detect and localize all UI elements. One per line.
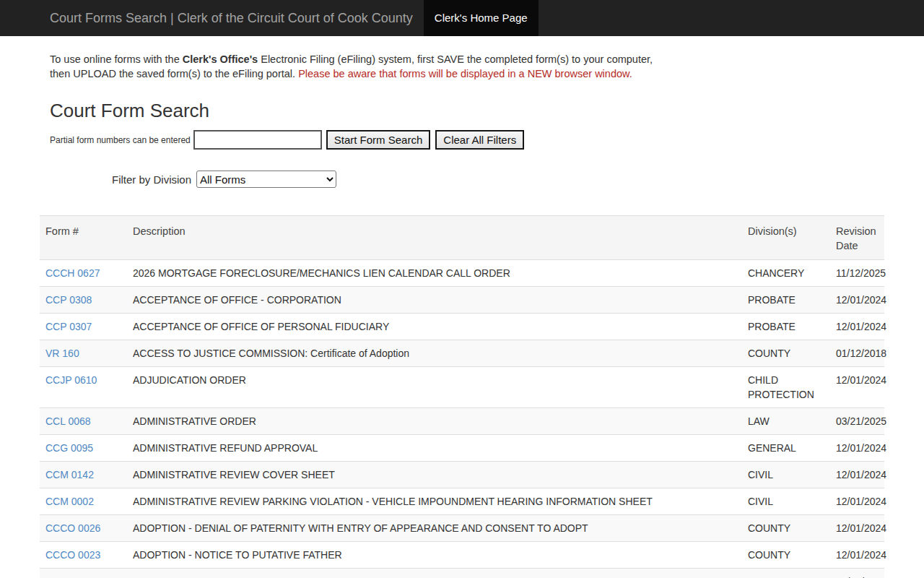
form-number-link[interactable]: CCCO 0026	[45, 522, 100, 534]
form-number-link[interactable]: CCCO 0023	[45, 549, 100, 561]
revision-date-cell: 12/01/2024	[830, 314, 884, 340]
table-row: CCCO 0026ADOPTION - DENIAL OF PATERNITY …	[40, 515, 884, 542]
page-header-title: Court Forms Search | Clerk of the Circui…	[40, 0, 424, 36]
form-number-cell: CCCO 0026	[40, 515, 127, 542]
form-number-cell: CCCH 0627	[40, 260, 127, 287]
revision-date-cell: 12/01/2024	[830, 287, 884, 314]
form-number-link[interactable]: CCJP 0610	[45, 374, 97, 386]
intro-text-bold: Clerk's Office's	[183, 53, 258, 65]
description-cell: ACCEPTANCE OF OFFICE OF PERSONAL FIDUCIA…	[127, 314, 742, 340]
division-cell: CHANCERY	[742, 260, 830, 287]
form-number-link[interactable]: CCP 0308	[45, 294, 92, 306]
description-cell: ADMINISTRATIVE REVIEW COVER SHEET	[127, 462, 742, 488]
revision-date-cell: 01/12/2018	[830, 340, 884, 367]
description-cell: ADMINISTRATIVE REVIEW PARKING VIOLATION …	[127, 488, 742, 515]
table-row: CCCH 06272026 MORTGAGE FORECLOSURE/MECHA…	[40, 260, 884, 287]
division-cell: CIVIL	[742, 488, 830, 515]
division-cell: CIVIL	[742, 462, 830, 488]
division-cell: COUNTY	[742, 542, 830, 569]
partial-form-number-label: Partial form numbers can be entered	[50, 135, 191, 145]
revision-date-cell: 12/01/2024	[830, 462, 884, 488]
description-cell: ADOPTION - DENIAL OF PATERNITY WITH ENTR…	[127, 515, 742, 542]
column-header-description: Description	[127, 216, 742, 260]
form-number-cell: CCJP 0610	[40, 367, 127, 408]
table-row: CCM 0002ADMINISTRATIVE REVIEW PARKING VI…	[40, 488, 884, 515]
description-cell: ADMINISTRATIVE ORDER	[127, 408, 742, 435]
start-form-search-button[interactable]: Start Form Search	[326, 130, 431, 150]
table-header-row: Form # Description Division(s) Revision …	[40, 216, 884, 260]
form-number-link[interactable]: CCCH 0627	[45, 267, 100, 279]
form-search-row: Partial form numbers can be entered Star…	[50, 130, 874, 150]
top-navbar: Court Forms Search | Clerk of the Circui…	[0, 0, 924, 36]
form-number-link[interactable]: CCM 0002	[45, 496, 94, 507]
table-row: CCP 0308ACCEPTANCE OF OFFICE - CORPORATI…	[40, 287, 884, 314]
forms-table: Form # Description Division(s) Revision …	[40, 215, 884, 578]
division-cell: PROBATE	[742, 314, 830, 340]
revision-date-cell: 12/01/2024	[830, 367, 884, 408]
form-number-link[interactable]: VR 160	[45, 348, 79, 359]
form-number-input[interactable]	[193, 130, 322, 150]
division-cell: GENERAL	[742, 435, 830, 462]
revision-date-cell: 11/12/2025	[830, 260, 884, 287]
form-number-link[interactable]: CCP 0307	[45, 321, 92, 332]
form-number-cell: CCP 0307	[40, 314, 127, 340]
revision-date-cell: 12/01/2024	[830, 435, 884, 462]
form-number-cell: CCP 0308	[40, 287, 127, 314]
efiling-instructions: To use online forms with the Clerk's Off…	[50, 52, 669, 81]
table-row: CCG 0095ADMINISTRATIVE REFUND APPROVALGE…	[40, 435, 884, 462]
clear-all-filters-button[interactable]: Clear All Filters	[435, 130, 524, 150]
description-cell: ACCESS TO JUSTICE COMMISSION: Certificat…	[127, 340, 742, 367]
division-cell: LAW	[742, 408, 830, 435]
forms-table-body: CCCH 06272026 MORTGAGE FORECLOSURE/MECHA…	[40, 260, 884, 578]
clerks-home-page-link[interactable]: Clerk's Home Page	[424, 0, 539, 36]
new-window-warning: Please be aware that forms will be displ…	[298, 68, 632, 79]
description-cell: ADMINISTRATIVE REFUND APPROVAL	[127, 435, 742, 462]
form-number-link[interactable]: CCM 0142	[45, 469, 94, 480]
filter-by-division-label: Filter by Division	[112, 173, 191, 186]
form-number-link[interactable]: CCG 0095	[45, 442, 93, 454]
revision-date-cell: 03/21/2025	[830, 408, 884, 435]
column-header-form-number: Form #	[40, 216, 127, 260]
description-cell: 2026 MORTGAGE FORECLOSURE/MECHANICS LIEN…	[127, 260, 742, 287]
form-number-link[interactable]: CCL 0068	[45, 415, 91, 427]
form-number-cell: CCG 0095	[40, 435, 127, 462]
column-header-divisions: Division(s)	[742, 216, 830, 260]
table-row: CCCO 0206ADOPTION INTIAL CASE MANAGEMENT…	[40, 569, 884, 578]
intro-text-start: To use online forms with the	[50, 53, 183, 65]
table-row: VR 160ACCESS TO JUSTICE COMMISSION: Cert…	[40, 340, 884, 367]
division-cell: COUNTY	[742, 340, 830, 367]
table-row: CCP 0307ACCEPTANCE OF OFFICE OF PERSONAL…	[40, 314, 884, 340]
table-row: CCJP 0610ADJUDICATION ORDERCHILD PROTECT…	[40, 367, 884, 408]
form-number-cell: CCCO 0023	[40, 542, 127, 569]
form-number-cell: CCM 0142	[40, 462, 127, 488]
form-number-cell: VR 160	[40, 340, 127, 367]
division-cell: PROBATE	[742, 287, 830, 314]
description-cell: ADJUDICATION ORDER	[127, 367, 742, 408]
column-header-revision-date: Revision Date	[830, 216, 884, 260]
form-number-cell: CCL 0068	[40, 408, 127, 435]
division-cell: COUNTY	[742, 569, 830, 578]
revision-date-cell: 12/01/2024	[830, 542, 884, 569]
division-cell: COUNTY	[742, 515, 830, 542]
division-filter-select[interactable]: All Forms	[196, 171, 336, 188]
revision-date-cell: 12/01/2024	[830, 515, 884, 542]
description-cell: ADOPTION - NOTICE TO PUTATIVE FATHER	[127, 542, 742, 569]
main-content: To use online forms with the Clerk's Off…	[40, 52, 884, 578]
table-row: CCCO 0023ADOPTION - NOTICE TO PUTATIVE F…	[40, 542, 884, 569]
table-row: CCL 0068ADMINISTRATIVE ORDERLAW03/21/202…	[40, 408, 884, 435]
form-number-cell: CCM 0002	[40, 488, 127, 515]
page-title: Court Form Search	[50, 100, 874, 121]
description-cell: ADOPTION INTIAL CASE MANAGEMENT ORDER	[127, 569, 742, 578]
table-row: CCM 0142ADMINISTRATIVE REVIEW COVER SHEE…	[40, 462, 884, 488]
revision-date-cell: 12/01/2024	[830, 569, 884, 578]
form-number-cell: CCCO 0206	[40, 569, 127, 578]
revision-date-cell: 12/01/2024	[830, 488, 884, 515]
division-filter-row: Filter by Division All Forms	[112, 171, 874, 188]
division-cell: CHILD PROTECTION	[742, 367, 830, 408]
description-cell: ACCEPTANCE OF OFFICE - CORPORATION	[127, 287, 742, 314]
